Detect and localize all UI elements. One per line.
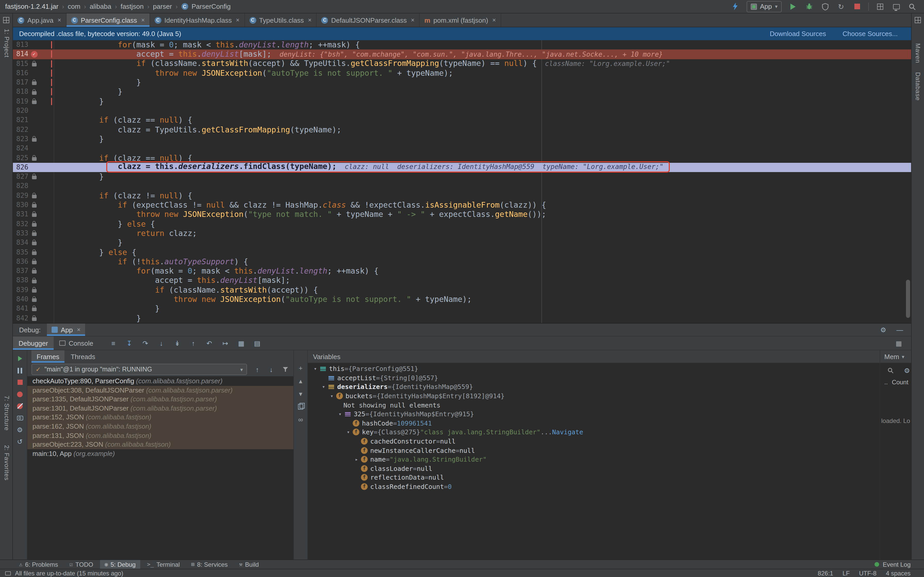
tree-chevron-icon[interactable]: ▾: [312, 366, 319, 372]
line-number[interactable]: 837: [13, 266, 28, 276]
line-number[interactable]: 814: [13, 50, 28, 59]
line-number[interactable]: 813: [13, 40, 28, 50]
line-number[interactable]: 833: [13, 229, 28, 238]
fold-strip[interactable]: [40, 125, 51, 134]
hide-library-frames-icon[interactable]: [281, 365, 289, 374]
line-number[interactable]: 815: [13, 59, 28, 69]
tool-window-button-8-services[interactable]: ⊞8: Services: [186, 560, 232, 569]
line-number[interactable]: 842: [13, 313, 28, 323]
tool-strip-icon[interactable]: [915, 17, 921, 23]
choose-sources-link[interactable]: Choose Sources...: [843, 30, 898, 38]
tab-close-icon[interactable]: ×: [236, 16, 239, 24]
line-number[interactable]: 828: [13, 182, 28, 191]
thread-dump-icon[interactable]: [16, 414, 24, 422]
fold-strip[interactable]: [40, 116, 51, 125]
tool-window-button-5-debug[interactable]: ◉5: Debug: [100, 560, 140, 569]
watch-return-values-icon[interactable]: ∞: [297, 415, 305, 424]
editor-line[interactable]: 828: [13, 182, 911, 191]
coverage-button[interactable]: [821, 2, 830, 11]
tab-debugger[interactable]: Debugger: [13, 337, 53, 350]
tool-windows-grid-icon[interactable]: [876, 2, 885, 11]
run-button[interactable]: [788, 2, 798, 11]
prev-frame-icon[interactable]: ↑: [253, 365, 262, 374]
tool-window-button-event-log[interactable]: Event Log: [883, 561, 911, 568]
editor-line[interactable]: 837 for(mask = 0; mask < this.denyList.l…: [13, 266, 911, 276]
layout-grid-icon[interactable]: ▦: [895, 339, 903, 347]
tool-button-database[interactable]: Database: [914, 72, 921, 101]
fold-strip[interactable]: [40, 210, 51, 219]
fold-strip[interactable]: [40, 276, 51, 285]
tree-chevron-icon[interactable]: ▾: [320, 384, 327, 390]
editor-tab[interactable]: CParserConfig.class×: [66, 13, 150, 27]
line-number[interactable]: 824: [13, 144, 28, 153]
editor-line[interactable]: 826 clazz = this.deserializers.findClass…: [13, 163, 911, 172]
line-number[interactable]: 818: [13, 87, 28, 97]
tab-close-icon[interactable]: ×: [492, 16, 496, 24]
variable-row[interactable]: fcachedConstructor = null: [308, 437, 911, 446]
editor-line[interactable]: 824: [13, 144, 911, 153]
memory-settings-gear-icon[interactable]: ⚙: [903, 366, 911, 374]
tool-button-favorites[interactable]: 2: Favorites: [3, 445, 10, 480]
editor-line[interactable]: 821 if (clazz == null) {: [13, 116, 911, 125]
variable-row[interactable]: fclassLoader = null: [308, 464, 911, 473]
editor-line[interactable]: 818 }: [13, 87, 911, 97]
editor-line[interactable]: 831 throw new JSONException("type not ma…: [13, 210, 911, 219]
fold-strip[interactable]: [40, 40, 51, 50]
line-number[interactable]: 829: [13, 191, 28, 201]
fold-strip[interactable]: [40, 106, 51, 116]
line-number[interactable]: 834: [13, 238, 28, 248]
scroll-up-icon[interactable]: ▴: [297, 377, 305, 385]
navigate-link[interactable]: Navigate: [552, 429, 583, 436]
line-number[interactable]: 820: [13, 106, 28, 116]
editor-line[interactable]: 814✓ accept = this.denyList[mask]; denyL…: [13, 50, 911, 59]
breadcrumb-item[interactable]: fastjson-1.2.41.jar: [5, 3, 58, 10]
fold-strip[interactable]: [40, 295, 51, 304]
tree-chevron-icon[interactable]: ▸: [353, 456, 360, 462]
line-ending[interactable]: LF: [843, 569, 850, 577]
tab-close-icon[interactable]: ×: [308, 16, 312, 24]
variable-row[interactable]: ▾fbuckets = {IdentityHashMap$Entry[8192]…: [308, 392, 911, 401]
tool-button-project[interactable]: 1: Project: [3, 29, 10, 58]
line-number[interactable]: 839: [13, 285, 28, 295]
resume-program-icon[interactable]: [16, 355, 24, 363]
line-number[interactable]: 841: [13, 304, 28, 314]
variable-row[interactable]: ▾this = {ParserConfig@551}: [308, 364, 911, 373]
stack-frame[interactable]: parse:1335, DefaultJSONParser (com.aliba…: [27, 395, 293, 404]
evaluate-expression-icon[interactable]: ▦: [237, 339, 246, 347]
fold-strip[interactable]: [40, 257, 51, 267]
fold-strip[interactable]: [40, 153, 51, 163]
fold-strip[interactable]: [40, 200, 51, 210]
variable-row[interactable]: fhashCode = 109961541: [308, 419, 911, 427]
restore-layout-icon[interactable]: ↺: [16, 437, 24, 446]
breadcrumb-item[interactable]: parser: [153, 3, 172, 10]
tool-strip-icon[interactable]: [3, 17, 9, 23]
close-icon[interactable]: ×: [77, 326, 81, 333]
variable-row[interactable]: ▾325 = {IdentityHashMap$Entry@915}: [308, 409, 911, 419]
tool-window-button-build[interactable]: ⚒Build: [234, 560, 263, 569]
rerun-button[interactable]: ↻: [836, 2, 846, 11]
variable-row[interactable]: ▾fkey = {Class@275} "class java.lang.Str…: [308, 427, 911, 437]
editor-line[interactable]: 820: [13, 106, 911, 116]
editor-scrollbar[interactable]: [906, 280, 910, 318]
editor-tab[interactable]: CApp.java×: [13, 13, 66, 27]
fold-strip[interactable]: [40, 266, 51, 276]
breakpoint-verified-icon[interactable]: ✓: [31, 51, 37, 58]
editor-line[interactable]: 813 for(mask = 0; mask < this.denyList.l…: [13, 40, 911, 50]
tool-button-structure[interactable]: 7: Structure: [3, 396, 10, 431]
memory-view-header[interactable]: Mem ▾: [880, 350, 911, 363]
add-watch-icon[interactable]: +: [297, 364, 305, 372]
editor-line[interactable]: 829 if (clazz != null) {: [13, 191, 911, 201]
stop-process-icon[interactable]: [16, 378, 24, 387]
line-number[interactable]: 838: [13, 276, 28, 285]
line-number[interactable]: 816: [13, 69, 28, 78]
step-over-icon[interactable]: ↷: [141, 339, 150, 347]
editor-line[interactable]: 835 } else {: [13, 248, 911, 257]
variable-row[interactable]: fclassRedefinedCount = 0: [308, 482, 911, 491]
stack-frame[interactable]: parseObject:308, DefaultJSONParser (com.…: [27, 385, 293, 395]
breakpoint-gutter[interactable]: ✓: [28, 51, 40, 58]
editor-line[interactable]: 819 }: [13, 97, 911, 106]
tab-threads[interactable]: Threads: [66, 350, 100, 363]
line-number[interactable]: 817: [13, 78, 28, 87]
line-number[interactable]: 822: [13, 125, 28, 134]
line-number[interactable]: 836: [13, 257, 28, 267]
